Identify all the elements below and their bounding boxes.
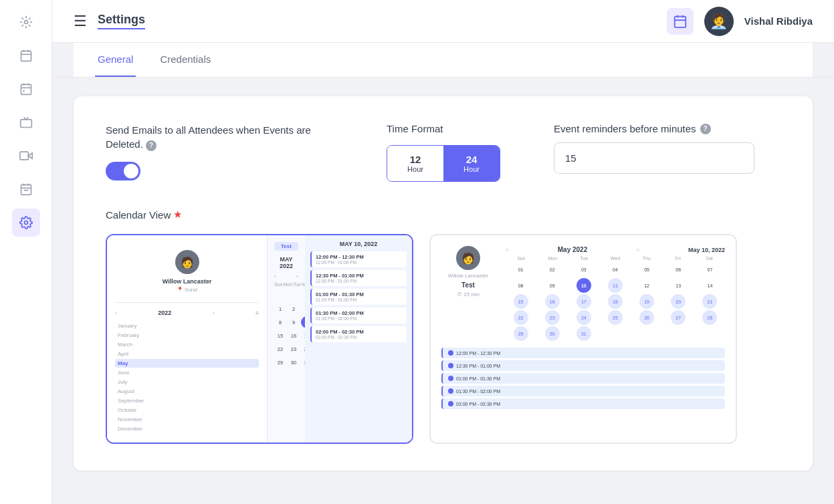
right-day-15[interactable]: 15 bbox=[514, 294, 528, 309]
day-8[interactable]: 8 bbox=[274, 316, 286, 328]
right-day-23[interactable]: 23 bbox=[545, 310, 560, 325]
next-year-icon[interactable]: › bbox=[213, 310, 215, 316]
calendar-header-button[interactable] bbox=[667, 8, 694, 35]
right-day-04[interactable]: 04 bbox=[608, 262, 623, 277]
month-november[interactable]: November bbox=[115, 415, 259, 424]
right-day-18[interactable]: 18 bbox=[608, 294, 623, 309]
list-view-icon[interactable]: ≡ bbox=[255, 310, 259, 316]
month-july[interactable]: July bbox=[115, 378, 259, 386]
right-day-26[interactable]: 26 bbox=[639, 310, 654, 325]
next-month-icon[interactable]: › bbox=[296, 273, 298, 279]
right-day-05[interactable]: 05 bbox=[639, 262, 654, 277]
right-day-11[interactable]: 11 bbox=[608, 278, 623, 293]
right-day-16[interactable]: 16 bbox=[545, 294, 560, 309]
right-day-20[interactable]: 20 bbox=[671, 294, 686, 309]
hamburger-menu[interactable]: ☰ bbox=[74, 13, 87, 30]
month-september[interactable]: September bbox=[115, 396, 259, 405]
right-next-icon[interactable]: ○ bbox=[636, 247, 639, 253]
right-profile: 🧑 Willow Lancaster Test ⏱15 min bbox=[441, 246, 495, 341]
right-prev-icon[interactable]: ○ bbox=[506, 247, 509, 253]
right-slot-item[interactable]: 01:00 PM - 01:30 PM bbox=[441, 373, 725, 384]
right-day-19[interactable]: 19 bbox=[639, 294, 654, 309]
sidebar-item-schedule[interactable] bbox=[12, 175, 40, 203]
month-december[interactable]: December bbox=[115, 424, 259, 433]
email-toggle-info-icon[interactable]: ? bbox=[146, 140, 157, 151]
sidebar-item-calendar-day[interactable] bbox=[12, 75, 40, 103]
month-february[interactable]: February bbox=[115, 331, 259, 340]
sidebar-item-calendar-week[interactable] bbox=[12, 41, 40, 70]
prev-year-icon[interactable]: ‹ bbox=[115, 310, 117, 316]
month-march[interactable]: March bbox=[115, 340, 259, 349]
right-slot-item[interactable]: 12:00 PM - 12:30 PM bbox=[441, 348, 725, 358]
month-may[interactable]: May bbox=[115, 359, 259, 368]
reminder-info-icon[interactable]: ? bbox=[700, 124, 711, 134]
right-empty-day bbox=[608, 326, 623, 341]
sidebar-item-settings[interactable] bbox=[12, 209, 40, 237]
right-day-12[interactable]: 12 bbox=[639, 278, 654, 293]
right-day-10[interactable]: 10 bbox=[577, 278, 591, 293]
day-30[interactable]: 30 bbox=[288, 356, 300, 368]
slot-item[interactable]: 01:30 PM - 02:00 PM01:30 PM · 02:00 PM bbox=[310, 307, 407, 324]
tab-credentials[interactable]: Credentials bbox=[157, 43, 213, 77]
month-april[interactable]: April bbox=[115, 350, 259, 358]
svg-rect-5 bbox=[21, 84, 31, 94]
day-16[interactable]: 16 bbox=[288, 330, 300, 342]
right-day-21[interactable]: 21 bbox=[702, 294, 717, 309]
right-day-03[interactable]: 03 bbox=[577, 262, 591, 277]
sidebar-item-dashboard[interactable] bbox=[12, 8, 40, 36]
right-slot-item[interactable]: 12:30 PM - 01:00 PM bbox=[441, 360, 725, 371]
reminder-input[interactable] bbox=[554, 142, 754, 174]
month-january[interactable]: January bbox=[115, 322, 259, 330]
right-slot-item[interactable]: 02:00 PM - 02:30 PM bbox=[441, 398, 725, 409]
right-cal-title: May 2022 bbox=[558, 246, 587, 253]
time-format-label: Time Format bbox=[387, 123, 500, 134]
day-23[interactable]: 23 bbox=[288, 343, 300, 355]
calendar-preview-left[interactable]: 🧑 Willow Lancaster 📍 Surat ‹ 2022 › ≡ bbox=[106, 234, 413, 444]
right-day-02[interactable]: 02 bbox=[545, 262, 560, 277]
slot-item[interactable]: 12:30 PM - 01:00 PM12:30 PM · 01:00 PM bbox=[310, 270, 407, 286]
day-22[interactable]: 22 bbox=[274, 343, 286, 355]
month-october[interactable]: October bbox=[115, 406, 259, 414]
right-day-29[interactable]: 29 bbox=[514, 326, 528, 341]
right-day-22[interactable]: 22 bbox=[514, 310, 528, 325]
slot-item[interactable]: 01:00 PM - 01:30 PM01:00 PM · 01:00 PM bbox=[310, 289, 407, 305]
tab-general[interactable]: General bbox=[95, 43, 136, 77]
time-format-24hr-button[interactable]: 24 Hour bbox=[443, 146, 500, 181]
right-day-17[interactable]: 17 bbox=[577, 294, 591, 309]
toggle-wrapper bbox=[106, 162, 333, 180]
right-day-28[interactable]: 28 bbox=[702, 310, 717, 325]
empty-day bbox=[274, 289, 286, 301]
right-slot-item[interactable]: 01:30 PM - 02:00 PM bbox=[441, 386, 725, 396]
sidebar-item-video[interactable] bbox=[12, 142, 40, 170]
right-day-24[interactable]: 24 bbox=[577, 310, 591, 325]
right-day-07[interactable]: 07 bbox=[702, 262, 717, 277]
right-day-25[interactable]: 25 bbox=[608, 310, 623, 325]
day-29[interactable]: 29 bbox=[274, 356, 286, 368]
slot-item[interactable]: 02:00 PM - 02:30 PM02:00 PM · 02:30 PM bbox=[310, 326, 407, 342]
right-day-30[interactable]: 30 bbox=[545, 326, 560, 341]
month-august[interactable]: August bbox=[115, 387, 259, 396]
day-2[interactable]: 2 bbox=[288, 303, 300, 315]
right-day-01[interactable]: 01 bbox=[514, 262, 528, 277]
right-day-14[interactable]: 14 bbox=[702, 278, 717, 293]
calendar-preview-right[interactable]: 🧑 Willow Lancaster Test ⏱15 min bbox=[429, 234, 737, 444]
avatar[interactable]: 🧑‍💼 bbox=[704, 7, 734, 36]
right-day-31[interactable]: 31 bbox=[577, 326, 591, 341]
slot-item[interactable]: 12:00 PM - 12:30 PM12:00 PM · 01:00 PM bbox=[310, 251, 407, 267]
right-day-06[interactable]: 06 bbox=[671, 262, 686, 277]
right-day-13[interactable]: 13 bbox=[671, 278, 686, 293]
mini-day-grid: 1234567891011121314151617181920212223242… bbox=[274, 289, 298, 368]
right-day-08[interactable]: 08 bbox=[514, 278, 528, 293]
day-15[interactable]: 15 bbox=[274, 330, 286, 342]
time-format-12hr-button[interactable]: 12 Hour bbox=[387, 146, 443, 181]
sidebar-item-events[interactable] bbox=[12, 108, 40, 136]
settings-panel: Send Emails to all Attendees when Events… bbox=[74, 96, 813, 471]
email-toggle[interactable] bbox=[106, 162, 140, 180]
day-1[interactable]: 1 bbox=[274, 303, 286, 315]
right-day-09[interactable]: 09 bbox=[545, 278, 560, 293]
right-day-27[interactable]: 27 bbox=[671, 310, 686, 325]
day-9[interactable]: 9 bbox=[288, 316, 300, 328]
month-june[interactable]: June bbox=[115, 368, 259, 377]
settings-row-1: Send Emails to all Attendees when Events… bbox=[106, 123, 780, 182]
prev-month-icon[interactable]: ‹ bbox=[274, 273, 276, 279]
